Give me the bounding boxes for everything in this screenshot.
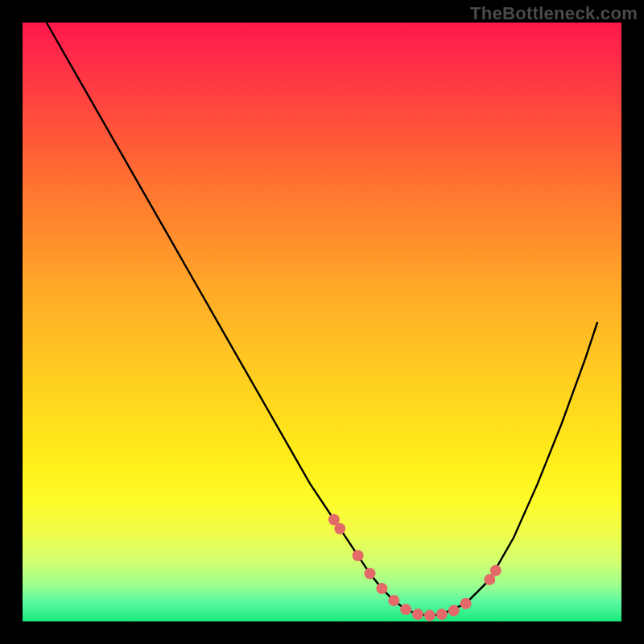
plot-area <box>23 23 621 621</box>
watermark-text: TheBottleneck.com <box>470 3 638 24</box>
